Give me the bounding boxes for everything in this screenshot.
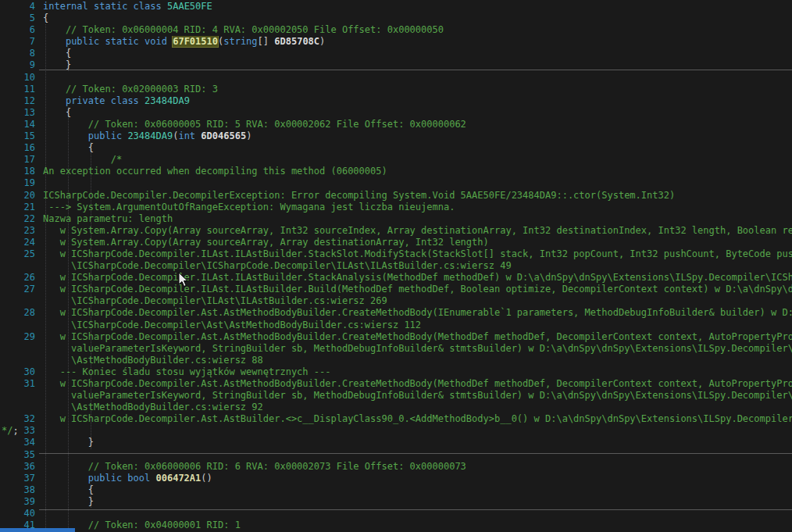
- code-token: ): [246, 130, 252, 141]
- code-line[interactable]: 25 w ICSharpCode.Decompiler.ILAst.ILAstB…: [0, 248, 792, 260]
- code-line[interactable]: 39 }: [0, 496, 792, 508]
- code-line[interactable]: 32 w ICSharpCode.Decompiler.Ast.AstBuild…: [0, 413, 792, 425]
- code-line[interactable]: 30 --- Koniec śladu stosu wyjątków wewnę…: [0, 366, 792, 378]
- code-token: ICSharpCode.Decompiler.DecompilerExcepti…: [43, 190, 675, 201]
- code-editor[interactable]: 4internal static class 5AAE50FE5{6 // To…: [0, 0, 792, 532]
- line-number: 12: [0, 95, 35, 107]
- line-number: 35: [0, 449, 35, 461]
- code-token: /*: [43, 154, 122, 165]
- code-line[interactable]: 6 // Token: 0x06000004 RID: 4 RVA: 0x000…: [0, 24, 792, 36]
- code-token: 6D85708C: [274, 36, 319, 47]
- code-text: // Token: 0x02000003 RID: 3: [43, 84, 218, 95]
- code-line[interactable]: 41 // Token: 0x04000001 RID: 1: [0, 520, 792, 531]
- code-line[interactable]: 27 w ICSharpCode.Decompiler.ILAst.ILAstB…: [0, 284, 792, 295]
- code-text: w ICSharpCode.Decompiler.Ast.AstMethodBo…: [43, 331, 792, 342]
- line-number: 20: [0, 190, 35, 202]
- code-token: \AstMethodBodyBuilder.cs:wiersz 92: [43, 402, 263, 412]
- code-token: w ICSharpCode.Decompiler.Ast.AstMethodBo…: [43, 307, 792, 318]
- code-text: internal static class 5AAE50FE: [43, 1, 212, 12]
- line-number: 39: [0, 496, 35, 508]
- code-line[interactable]: 5{: [0, 12, 792, 24]
- code-text: valueParameterIsKeyword, StringBuilder s…: [43, 343, 792, 354]
- highlighted-reference: 67F01510: [173, 36, 218, 47]
- code-text: }: [43, 496, 94, 507]
- line-number: 19: [0, 177, 35, 189]
- code-token: public bool: [88, 473, 156, 484]
- line-number: 32: [0, 413, 35, 425]
- code-line[interactable]: 10: [0, 72, 792, 84]
- code-token: Nazwa parametru: length: [43, 213, 173, 224]
- code-line-continuation[interactable]: \ICSharpCode.Decompiler\ICSharpCode.Deco…: [0, 260, 792, 272]
- code-line[interactable]: 18An exception occurred when decompiling…: [0, 166, 792, 177]
- code-line-continuation[interactable]: \ICSharpCode.Decompiler\Ast\AstMethodBod…: [0, 320, 792, 331]
- code-token: w ICSharpCode.Decompiler.Ast.AstMethodBo…: [43, 331, 792, 342]
- code-line[interactable]: 8 {: [0, 48, 792, 59]
- code-line[interactable]: 16 {: [0, 142, 792, 154]
- code-token: {: [43, 12, 48, 23]
- code-token: internal static class: [43, 1, 167, 12]
- code-line[interactable]: 23 w System.Array.Copy(Array sourceArray…: [0, 225, 792, 237]
- code-line[interactable]: 7 public static void 67F01510(string[] 6…: [0, 36, 792, 48]
- line-number: 25: [0, 248, 35, 260]
- taskbar-sliver: [0, 528, 75, 532]
- code-line[interactable]: 38 {: [0, 484, 792, 496]
- code-token: public: [88, 130, 128, 141]
- code-text: w ICSharpCode.Decompiler.ILAst.ILAstBuil…: [43, 248, 792, 259]
- code-line[interactable]: 15 public 23484DA9(int 6D046565): [0, 130, 792, 142]
- code-line[interactable]: 12 private class 23484DA9: [0, 95, 792, 107]
- line-number: 14: [0, 119, 35, 130]
- code-line[interactable]: 17 /*: [0, 154, 792, 166]
- code-text: w System.Array.Copy(Array sourceArray, A…: [43, 237, 489, 248]
- code-line[interactable]: 37 public bool 006472A1(): [0, 473, 792, 484]
- line-number: 6: [0, 24, 35, 36]
- code-line-continuation[interactable]: valueParameterIsKeyword, StringBuilder s…: [0, 343, 792, 355]
- code-line-continuation[interactable]: valueParameterIsKeyword, StringBuilder s…: [0, 390, 792, 402]
- line-number: 22: [0, 213, 35, 225]
- code-line[interactable]: 28 w ICSharpCode.Decompiler.Ast.AstMetho…: [0, 307, 792, 319]
- code-line[interactable]: 21 ---> System.ArgumentOutOfRangeExcepti…: [0, 202, 792, 213]
- code-text: --- Koniec śladu stosu wyjątków wewnętrz…: [43, 366, 330, 377]
- code-line[interactable]: 36 // Token: 0x06000006 RID: 6 RVA: 0x00…: [0, 461, 792, 473]
- code-line[interactable]: 26 w ICSharpCode.Decompiler.ILAst.ILAstB…: [0, 272, 792, 284]
- code-text: private class 23484DA9: [43, 95, 190, 106]
- code-line-continuation[interactable]: \AstMethodBodyBuilder.cs:wiersz 88: [0, 355, 792, 366]
- code-line-continuation[interactable]: \ICSharpCode.Decompiler\ILAst\ILAstBuild…: [0, 295, 792, 307]
- code-line[interactable]: 4internal static class 5AAE50FE: [0, 1, 792, 12]
- code-line[interactable]: 35: [0, 449, 792, 461]
- code-line[interactable]: 11 // Token: 0x02000003 RID: 3: [0, 84, 792, 95]
- line-number: 15: [0, 130, 35, 142]
- line-number: 17: [0, 154, 35, 166]
- line-number: 26: [0, 272, 35, 284]
- code-line[interactable]: 20ICSharpCode.Decompiler.DecompilerExcep…: [0, 190, 792, 202]
- code-token: {: [43, 484, 94, 495]
- code-token: }: [43, 437, 94, 448]
- line-number: 21: [0, 202, 35, 213]
- code-line[interactable]: 19: [0, 177, 792, 189]
- code-line[interactable]: 33*/;: [0, 425, 792, 437]
- code-text: public 23484DA9(int 6D046565): [43, 130, 252, 141]
- line-number: 4: [0, 1, 35, 12]
- code-text: \AstMethodBodyBuilder.cs:wiersz 92: [43, 402, 263, 412]
- code-line-continuation[interactable]: \AstMethodBodyBuilder.cs:wiersz 92: [0, 402, 792, 413]
- code-token: private class: [66, 95, 144, 106]
- code-line[interactable]: 34 }: [0, 437, 792, 448]
- code-token: 5AAE50FE: [167, 1, 212, 12]
- code-token: [43, 36, 66, 47]
- code-token: w ICSharpCode.Decompiler.ILAst.ILAstBuil…: [43, 248, 792, 259]
- code-line[interactable]: 24 w System.Array.Copy(Array sourceArray…: [0, 237, 792, 248]
- code-token: // Token: 0x02000003 RID: 3: [43, 84, 218, 95]
- line-number: 10: [0, 72, 35, 84]
- line-number: 29: [0, 331, 35, 343]
- code-line[interactable]: 14 // Token: 0x06000005 RID: 5 RVA: 0x00…: [0, 119, 792, 130]
- code-line[interactable]: 22Nazwa parametru: length: [0, 213, 792, 225]
- code-line[interactable]: 29 w ICSharpCode.Decompiler.Ast.AstMetho…: [0, 331, 792, 343]
- code-token: 23484DA9: [127, 130, 173, 141]
- code-token: \ICSharpCode.Decompiler\Ast\AstMethodBod…: [43, 320, 421, 330]
- code-line[interactable]: 31 w ICSharpCode.Decompiler.Ast.AstMetho…: [0, 378, 792, 390]
- code-text: An exception occurred when decompiling t…: [43, 166, 387, 177]
- code-text: {: [43, 107, 71, 118]
- code-text: /*: [43, 154, 122, 165]
- code-token: ---> System.ArgumentOutOfRangeException:…: [43, 202, 455, 212]
- code-line[interactable]: 13 {: [0, 107, 792, 119]
- code-text: ICSharpCode.Decompiler.DecompilerExcepti…: [43, 190, 675, 201]
